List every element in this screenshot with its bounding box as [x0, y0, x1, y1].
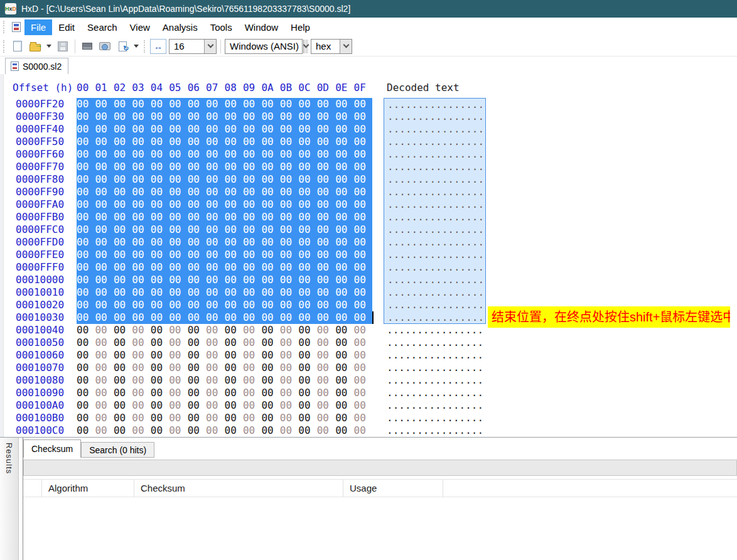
hex-row[interactable]: 0001006000000000000000000000000000000000…	[0, 349, 737, 362]
decoded-text: ................	[384, 274, 486, 286]
toolbar-grip	[144, 40, 147, 53]
open-ram-button[interactable]	[79, 38, 95, 55]
hex-row[interactable]: 0000FFB000000000000000000000000000000000…	[0, 211, 737, 223]
bytes-per-row-select[interactable]: 16	[169, 39, 217, 54]
hex-bytes: 00000000000000000000000000000000	[77, 198, 372, 211]
hex-row[interactable]: 0000FF8000000000000000000000000000000000…	[0, 173, 737, 186]
menu-file[interactable]: File	[24, 19, 52, 35]
hex-rows: 0000FF2000000000000000000000000000000000…	[0, 98, 737, 437]
offset-label: 0000FFD0	[0, 236, 77, 249]
hex-bytes: 00000000000000000000000000000000	[77, 412, 372, 424]
results-panel: Results Checksum Search (0 hits) Algorit…	[0, 437, 737, 560]
offset-label: 0000FFF0	[0, 261, 77, 274]
toolbar-separator	[75, 40, 75, 53]
export-button[interactable]: ↻	[114, 38, 131, 55]
hex-row[interactable]: 0000FF3000000000000000000000000000000000…	[0, 110, 737, 123]
open-dropdown-caret-icon[interactable]	[46, 45, 51, 48]
decoded-text: ................	[384, 173, 486, 186]
menu-window[interactable]: Window	[239, 19, 284, 35]
decoded-text: ................	[384, 374, 486, 387]
menu-help[interactable]: Help	[284, 19, 316, 35]
offset-base-select[interactable]: hex	[311, 39, 352, 54]
open-file-button[interactable]: →	[27, 38, 43, 55]
hex-row[interactable]: 0000FFF000000000000000000000000000000000…	[0, 261, 737, 274]
decoded-text: ................	[384, 211, 486, 223]
hex-row[interactable]: 000100A000000000000000000000000000000000…	[0, 399, 737, 412]
export-icon: ↻	[119, 41, 127, 51]
decoded-text: ................	[384, 286, 486, 299]
menu-analysis[interactable]: Analysis	[156, 19, 204, 35]
decoded-text: ................	[384, 311, 486, 324]
window-title: HxD - [C:\Users\Sean Lin\AppData\Roaming…	[21, 4, 350, 14]
hex-editor[interactable]: Offset (h) 000102030405060708090A0B0C0D0…	[0, 74, 737, 437]
menu-view[interactable]: View	[124, 19, 156, 35]
new-file-button[interactable]	[9, 38, 26, 55]
byte-column-header: 03	[132, 82, 150, 94]
hex-row[interactable]: 0001008000000000000000000000000000000000…	[0, 374, 737, 387]
decoded-text: ................	[384, 136, 486, 148]
hex-row[interactable]: 0000FFE000000000000000000000000000000000…	[0, 249, 737, 261]
chevron-down-icon	[303, 42, 309, 48]
results-sidebar[interactable]: Results	[0, 438, 19, 560]
tab-checksum[interactable]: Checksum	[23, 439, 81, 458]
decoded-text: ................	[384, 110, 486, 123]
offset-label: 00010020	[0, 299, 77, 311]
hex-row[interactable]: 0000FF6000000000000000000000000000000000…	[0, 148, 737, 161]
byte-column-header: 07	[206, 82, 224, 94]
bytes-per-row-icon[interactable]: ↔	[150, 39, 166, 54]
hex-row[interactable]: 0000FF7000000000000000000000000000000000…	[0, 161, 737, 173]
offset-label: 00010060	[0, 349, 77, 362]
hex-bytes: 00000000000000000000000000000000	[77, 424, 372, 437]
save-button[interactable]	[55, 38, 71, 55]
menu-tools[interactable]: Tools	[204, 19, 239, 35]
hex-bytes: 00000000000000000000000000000000	[77, 161, 372, 173]
hex-row[interactable]: 0001000000000000000000000000000000000000…	[0, 274, 737, 286]
annotation-note: 结束位置，在终点处按住shift+鼠标左键选中。	[488, 306, 730, 328]
column-usage[interactable]: Usage	[343, 480, 443, 497]
offset-label: 00010030	[0, 311, 77, 324]
editor-left-edge	[0, 74, 4, 437]
menu-edit[interactable]: Edit	[52, 19, 81, 35]
offset-label: 0000FF90	[0, 186, 77, 198]
offset-label: 000100C0	[0, 424, 77, 437]
decoded-text: ................	[384, 198, 486, 211]
hex-row[interactable]: 0000FF2000000000000000000000000000000000…	[0, 98, 737, 110]
column-algorithm[interactable]: Algorithm	[42, 480, 134, 497]
chevron-down-icon	[207, 42, 213, 48]
offset-label: 00010040	[0, 324, 77, 337]
decoded-text: ................	[384, 249, 486, 261]
hex-row[interactable]: 0001007000000000000000000000000000000000…	[0, 362, 737, 374]
hex-row[interactable]: 0000FF4000000000000000000000000000000000…	[0, 123, 737, 136]
hex-row[interactable]: 0000FF9000000000000000000000000000000000…	[0, 186, 737, 198]
decoded-text: ................	[384, 223, 486, 236]
hex-bytes: 00000000000000000000000000000000	[77, 223, 372, 236]
hxd-app-icon: HxD	[5, 3, 16, 14]
hex-row[interactable]: 0001001000000000000000000000000000000000…	[0, 286, 737, 299]
hex-row[interactable]: 0000FFC000000000000000000000000000000000…	[0, 223, 737, 236]
disk-icon	[99, 42, 110, 50]
dropdown-button[interactable]	[204, 40, 216, 53]
offset-label: 00010050	[0, 337, 77, 349]
results-panel-body: Checksum Search (0 hits) Algorithm Check…	[23, 438, 737, 560]
hex-row[interactable]: 000100C000000000000000000000000000000000…	[0, 424, 737, 437]
hex-row[interactable]: 000100B000000000000000000000000000000000…	[0, 412, 737, 424]
save-icon	[58, 41, 68, 51]
hex-row[interactable]: 0000FFA000000000000000000000000000000000…	[0, 198, 737, 211]
hex-bytes: 00000000000000000000000000000000	[77, 349, 372, 362]
document-tab-strip: S0000.sl2	[0, 57, 737, 74]
tab-s0000-sl2[interactable]: S0000.sl2	[5, 58, 68, 74]
tab-search-hits[interactable]: Search (0 hits)	[81, 442, 154, 458]
hex-row[interactable]: 0001009000000000000000000000000000000000…	[0, 387, 737, 399]
hex-row[interactable]: 0001005000000000000000000000000000000000…	[0, 337, 737, 349]
decoded-text: ................	[384, 399, 486, 412]
open-folder-icon: →	[30, 44, 41, 51]
column-checksum[interactable]: Checksum	[134, 480, 343, 497]
hex-row[interactable]: 0000FF5000000000000000000000000000000000…	[0, 136, 737, 148]
export-dropdown-caret-icon[interactable]	[134, 45, 139, 48]
open-disk-button[interactable]	[97, 38, 113, 55]
encoding-select[interactable]: Windows (ANSI)	[225, 39, 303, 54]
menu-search[interactable]: Search	[81, 19, 124, 35]
chevron-down-icon	[343, 42, 349, 48]
hex-row[interactable]: 0000FFD000000000000000000000000000000000…	[0, 236, 737, 249]
dropdown-button[interactable]	[340, 40, 352, 53]
